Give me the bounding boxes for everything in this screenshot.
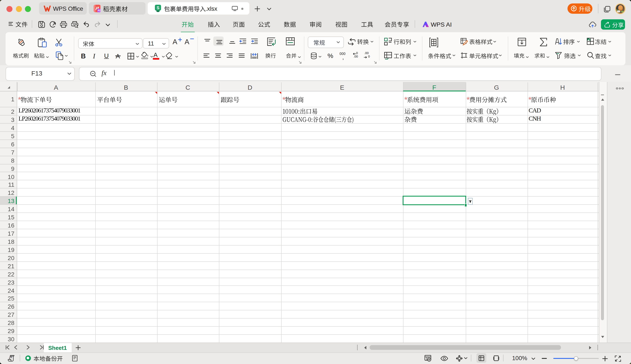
svg-text:JS: JS [9,356,12,358]
svg-text:AI: AI [98,9,100,12]
svg-text:S: S [156,5,159,10]
